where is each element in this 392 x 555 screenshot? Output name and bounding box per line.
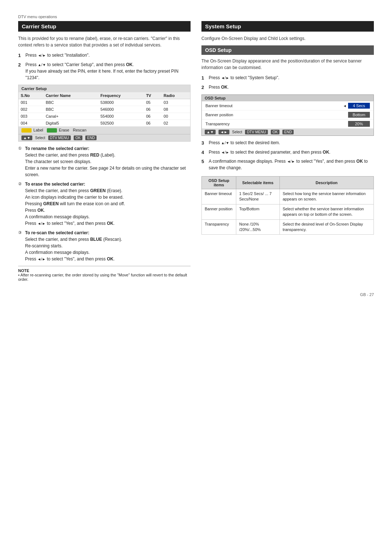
osd-row-banner-position: Banner position Bottom xyxy=(202,110,373,119)
table-row: Banner timeout1 Sec/2 Secs/ ... 7 Secs/N… xyxy=(202,189,374,204)
substep-rename: ① To rename the selected carrier: Select… xyxy=(18,145,191,178)
table-row: Banner positionTop/BottomSelect whether … xyxy=(202,204,374,219)
osd-summary-table: OSD Setup items Selectable items Descrip… xyxy=(201,176,374,235)
substep-rescan: ③ To re-scan the selected carrier: Selec… xyxy=(18,230,191,262)
substep-erase: ② To erase the selected carrier: Select … xyxy=(18,181,191,227)
system-setup-title: System Setup xyxy=(201,21,374,32)
osd-step-4: 4 Press to select the desired parameter,… xyxy=(201,149,374,156)
system-setup-desc: Configure On-Screen Display and Child Lo… xyxy=(201,35,374,42)
step-1: 1 Press to select "Installation". xyxy=(18,52,191,59)
carrier-table: Carrier Setup S.No Carrier Name Frequenc… xyxy=(18,85,191,142)
osd-row-transparency: Transparency 20% xyxy=(202,119,373,129)
osd-screen: OSD Setup Banner timeout ◄ 4 Secs Banner… xyxy=(201,94,374,136)
step-2: 2 Press to select "Carrier Setup", and t… xyxy=(18,61,191,81)
carrier-setup-desc: This is provided for you to rename (labe… xyxy=(18,35,191,48)
osd-step-5: 5 A confirmation message displays. Press… xyxy=(201,158,374,171)
carrier-substeps: ① To rename the selected carrier: Select… xyxy=(18,145,191,262)
label-color-btn xyxy=(21,128,32,133)
carrier-nav-bar: ▲▼ Select DTV MENU OK END xyxy=(19,134,190,141)
osd-setup-title: OSD Setup xyxy=(201,45,374,55)
carrier-setup-section: Carrier Setup This is provided for you t… xyxy=(18,21,191,281)
table-row: 001BBC5380000503 xyxy=(19,99,190,106)
osd-setup-desc: The On-Screen Display appearance and the… xyxy=(201,58,374,71)
note-box: NOTE • After re-scanning carrier, the or… xyxy=(18,266,191,281)
osd-step-2: 2 Press OK. xyxy=(201,84,374,91)
carrier-button-bar: Label Erase Rescan xyxy=(19,126,190,134)
table-row: 004Digital55925000602 xyxy=(19,119,190,126)
table-row: 003Canal+5540000600 xyxy=(19,113,190,119)
table-row: 002BBC5460000608 xyxy=(19,106,190,113)
osd-row-banner-timeout: Banner timeout ◄ 4 Secs xyxy=(202,101,373,110)
osd-step-3: 3 Press to select the desired item. xyxy=(201,139,374,147)
osd-step-1: 1 Press to select "System Setup". xyxy=(201,74,374,82)
table-row: TransparencyNone /10% /20%/...50%Select … xyxy=(202,219,374,235)
system-setup-section: System Setup Configure On-Screen Display… xyxy=(201,21,374,281)
osd-steps-2: 3 Press to select the desired item. 4 Pr… xyxy=(201,139,374,171)
carrier-setup-title: Carrier Setup xyxy=(18,21,191,32)
page-number: GB - 27 xyxy=(18,292,374,297)
osd-steps: 1 Press to select "System Setup". 2 Pres… xyxy=(201,74,374,91)
osd-nav-bar: ▲▼ ◄► Select DTV MENU OK END xyxy=(202,129,373,135)
erase-color-btn xyxy=(47,128,57,133)
carrier-data-table: S.No Carrier Name Frequency TV Radio 001… xyxy=(19,92,190,126)
dtv-menu-label: DTV menu operations xyxy=(18,15,374,19)
carrier-table-header: Carrier Setup xyxy=(19,85,190,92)
carrier-setup-steps: 1 Press to select "Installation". 2 Pres… xyxy=(18,52,191,81)
osd-screen-header: OSD Setup xyxy=(202,95,373,101)
